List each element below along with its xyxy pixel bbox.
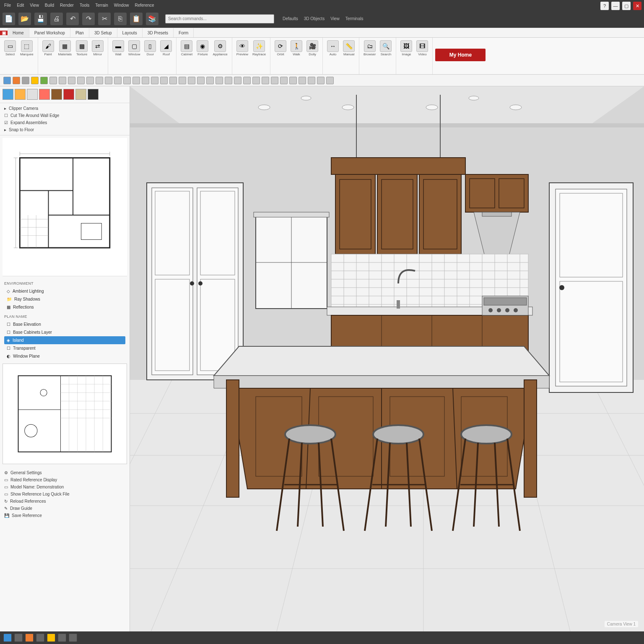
libsearch-button[interactable]: 🔍Search	[379, 39, 392, 57]
qs-plan-icon[interactable]	[206, 77, 214, 84]
sb-start-icon[interactable]	[3, 634, 12, 642]
tb-view[interactable]: View	[330, 16, 340, 21]
sb-app5-icon[interactable]	[69, 634, 77, 642]
autodim-button[interactable]: ↔Auto	[326, 39, 340, 57]
qs-circle-icon[interactable]	[132, 77, 140, 84]
app-button[interactable]: ▣	[0, 31, 8, 35]
qs-snap-icon[interactable]	[49, 77, 57, 84]
qs-info-icon[interactable]	[271, 77, 278, 84]
door-button[interactable]: ▯Door	[143, 39, 157, 57]
tab-form[interactable]: Form	[174, 28, 194, 37]
wall-button[interactable]: ▬Wall	[112, 39, 125, 57]
copy-icon[interactable]: ⎘	[114, 13, 127, 25]
env-ambient[interactable]: ◇Ambient Lighting	[4, 287, 125, 295]
qs-render-icon[interactable]	[225, 77, 232, 84]
menu-edit[interactable]: Edit	[17, 3, 24, 8]
new-file-icon[interactable]: 📄	[3, 13, 15, 25]
opt-clipper[interactable]: ▸Clipper Camera	[4, 105, 125, 112]
set-showref[interactable]: ▭Show Reference Log Quick File	[4, 491, 125, 498]
qs-eyedrop-icon[interactable]	[160, 77, 168, 84]
open-icon[interactable]: 📂	[18, 13, 31, 25]
qs-import-icon[interactable]	[243, 77, 251, 84]
qs-more5-icon[interactable]	[317, 77, 325, 84]
tab-3dpresets[interactable]: 3D Presets	[143, 28, 174, 37]
dolly-button[interactable]: 🎥Dolly	[306, 39, 319, 57]
set-ratedref[interactable]: ▭Rated Reference Display	[4, 476, 125, 483]
opt-expand[interactable]: ☑Expand Assemblies	[4, 119, 125, 126]
undo-icon[interactable]: ↶	[66, 13, 79, 25]
set-saveref[interactable]: 💾Save Reference	[4, 512, 125, 519]
library-icon[interactable]: 📚	[146, 13, 158, 25]
qs-more3-icon[interactable]	[299, 77, 306, 84]
fixture-button[interactable]: ◉Fixture	[196, 39, 209, 57]
appliance-button[interactable]: ⚙Appliance	[212, 39, 228, 57]
qs-rect-icon[interactable]	[123, 77, 131, 84]
help-icon[interactable]: ?	[600, 2, 609, 10]
qs-grid-icon[interactable]	[22, 77, 29, 84]
qs-pan-icon[interactable]	[68, 77, 75, 84]
3d-viewport[interactable]: Camera View 1	[130, 86, 644, 631]
plan-base-cab[interactable]: ☐Base Cabinets Layer	[4, 328, 125, 336]
qs-elevation-icon[interactable]	[197, 77, 205, 84]
sb-app1-icon[interactable]	[25, 634, 34, 642]
cut-icon[interactable]: ✂	[98, 13, 111, 25]
qs-line-icon[interactable]	[105, 77, 112, 84]
exportimg-button[interactable]: 🖼Image	[400, 39, 413, 57]
sb-folder-icon[interactable]	[14, 634, 23, 642]
qs-rotate-icon[interactable]	[77, 77, 85, 84]
qs-help-icon[interactable]	[262, 77, 269, 84]
qs-zoom-icon[interactable]	[59, 77, 66, 84]
qs-3d-icon[interactable]	[216, 77, 223, 84]
tb-defaults[interactable]: Defaults	[283, 16, 298, 21]
swatch-grey[interactable]	[27, 89, 38, 100]
tab-panel[interactable]: Panel Workshop	[29, 28, 70, 37]
opt-cuttile[interactable]: ☐Cut Tile Around Wall Edge	[4, 112, 125, 119]
set-reload[interactable]: ↻Reload References	[4, 498, 125, 505]
menu-tools[interactable]: Tools	[80, 3, 89, 8]
materials-button[interactable]: ▦Materials	[57, 39, 73, 57]
sb-app4-icon[interactable]	[58, 634, 66, 642]
brand-badge[interactable]: My Home	[435, 49, 486, 61]
swatch-coral[interactable]	[39, 89, 50, 100]
close-icon[interactable]: ✕	[633, 2, 641, 10]
tb-terminals[interactable]: Terminals	[345, 16, 364, 21]
menu-file[interactable]: File	[4, 3, 11, 8]
env-reflections[interactable]: ▦Reflections	[4, 303, 125, 311]
qs-export-icon[interactable]	[234, 77, 242, 84]
set-general[interactable]: ⚙General Settings	[4, 469, 125, 476]
paint-button[interactable]: 🖌Paint	[42, 39, 55, 57]
menu-build[interactable]: Build	[45, 3, 54, 8]
qs-fill-icon[interactable]	[151, 77, 158, 84]
plan-base-elev[interactable]: ☐Base Elevation	[4, 320, 125, 328]
qs-arc-icon[interactable]	[114, 77, 122, 84]
set-modelname[interactable]: ▭Model Name: Demonstration	[4, 483, 125, 491]
manualdim-button[interactable]: 📏Manual	[342, 39, 356, 57]
floorplan-preview[interactable]	[3, 138, 127, 276]
plan-window[interactable]: ◐Window Plane	[4, 352, 125, 360]
qs-tree-icon[interactable]	[40, 77, 48, 84]
orbit-button[interactable]: ⟳Orbit	[274, 39, 287, 57]
plan-island[interactable]: ◈Island	[4, 336, 125, 344]
qs-settings-icon[interactable]	[252, 77, 260, 84]
marquee-button[interactable]: ⬚Marquee	[19, 39, 34, 57]
qs-more2-icon[interactable]	[289, 77, 297, 84]
preview-button[interactable]: 👁Preview	[236, 39, 249, 57]
plan-transparent[interactable]: ☐Transparent	[4, 344, 125, 352]
search-input[interactable]	[165, 14, 274, 23]
qs-section-icon[interactable]	[188, 77, 195, 84]
paste-icon[interactable]: 📋	[130, 13, 143, 25]
select-button[interactable]: ▭Select	[3, 39, 17, 57]
qs-material-icon[interactable]	[13, 77, 20, 84]
swatch-blue[interactable]	[3, 89, 13, 100]
swatch-red[interactable]	[63, 89, 74, 100]
swatch-orange[interactable]	[15, 89, 26, 100]
menu-terrain[interactable]: Terrain	[95, 3, 108, 8]
texture-button[interactable]: ▩Texture	[75, 39, 88, 57]
menu-reference[interactable]: Reference	[135, 3, 154, 8]
env-shadows[interactable]: 📁Ray Shadows	[4, 295, 125, 303]
tb-3dobjects[interactable]: 3D Objects	[304, 16, 325, 21]
exportvid-button[interactable]: 🎞Video	[415, 39, 429, 57]
cabinet-button[interactable]: ▤Cabinet	[180, 39, 193, 57]
qs-poly-icon[interactable]	[142, 77, 149, 84]
qs-light-icon[interactable]	[169, 77, 177, 84]
